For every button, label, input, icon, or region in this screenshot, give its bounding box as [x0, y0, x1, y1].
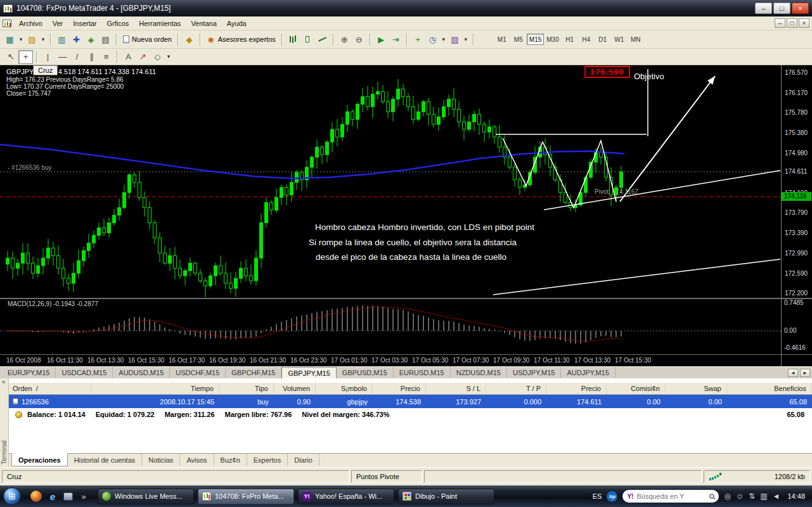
- start-button[interactable]: ⊞: [3, 487, 21, 505]
- chart-tab-gbpjpy-m15[interactable]: GBPJPY,M15: [281, 367, 336, 378]
- user-tray-icon[interactable]: ☺: [736, 492, 744, 501]
- column-beneficios[interactable]: Beneficios: [727, 383, 812, 394]
- volume-tray-icon[interactable]: ◄: [773, 492, 780, 501]
- timeframe-m15[interactable]: M15: [527, 34, 544, 45]
- show-desktop-icon[interactable]: [63, 492, 73, 501]
- terminal-tab-expertos[interactable]: Expertos: [247, 454, 288, 466]
- templates-button[interactable]: ▧: [448, 32, 462, 46]
- timeframe-h1[interactable]: H1: [562, 34, 578, 45]
- chart-tab-eurjpy-m15[interactable]: EURJPY,M15: [2, 367, 56, 378]
- indicators-button[interactable]: +: [411, 32, 425, 46]
- data-window-button[interactable]: ✚: [69, 32, 84, 46]
- close-button[interactable]: ×: [792, 3, 809, 14]
- timeframe-mn[interactable]: MN: [628, 34, 644, 45]
- chart-tab-usdchf-m15[interactable]: USDCHF,M15: [170, 367, 226, 378]
- network-tray-icon[interactable]: ◎: [724, 492, 730, 501]
- chart-area[interactable]: 176.570176.170175.780175.380174.980174.6…: [0, 65, 812, 366]
- language-indicator[interactable]: ES: [593, 492, 602, 500]
- bar-chart-button[interactable]: [286, 32, 300, 46]
- timeframe-m30[interactable]: M30: [544, 34, 561, 45]
- internet-explorer-icon[interactable]: e: [47, 491, 58, 502]
- crosshair-tool-button[interactable]: +: [18, 50, 33, 64]
- taskbar-button-yahoo[interactable]: Yahoo! España - Wi...: [298, 489, 394, 504]
- chart-shift-button[interactable]: ⇥: [389, 32, 403, 46]
- terminal-tab-buz-n[interactable]: Buz¢n: [214, 454, 247, 466]
- text-tool-button[interactable]: A: [121, 50, 136, 64]
- new-chart-button[interactable]: ▦: [3, 32, 17, 46]
- menu-herramientas[interactable]: Herramientas: [134, 18, 186, 29]
- quicklaunch-overflow-icon[interactable]: »: [78, 491, 89, 502]
- shapes-dropdown[interactable]: ▾: [165, 50, 172, 64]
- chart-tab-usdjpy-m15[interactable]: USDJPY,M15: [507, 367, 561, 378]
- timeframe-m1[interactable]: M1: [494, 34, 510, 45]
- menu-ventana[interactable]: Ventana: [186, 18, 221, 29]
- terminal-tab-historial-de-cuentas[interactable]: Historial de cuentas: [68, 454, 143, 466]
- search-icon[interactable]: [709, 494, 714, 499]
- zoom-out-button[interactable]: ⊖: [352, 32, 366, 46]
- fibonacci-tool-button[interactable]: ≡: [99, 50, 113, 64]
- mdi-minimize-button[interactable]: –: [775, 18, 785, 28]
- column-swap[interactable]: Swap: [666, 383, 727, 394]
- channel-tool-button[interactable]: ∥: [84, 50, 99, 64]
- column-precio[interactable]: Precio: [373, 383, 426, 394]
- navigator-button[interactable]: ◈: [84, 32, 98, 46]
- mdi-close-button[interactable]: ×: [799, 18, 809, 28]
- auto-scroll-button[interactable]: ▶: [374, 32, 389, 46]
- chart-system-menu-icon[interactable]: [3, 20, 11, 27]
- menu-ayuda[interactable]: Ayuda: [222, 18, 252, 29]
- display-tray-icon[interactable]: ▥: [760, 492, 767, 501]
- menu-insertar[interactable]: Insertar: [68, 18, 101, 29]
- panel-separator[interactable]: [0, 298, 812, 299]
- column-t-p[interactable]: T / P: [486, 383, 546, 394]
- chart-tab-gbpchf-m15[interactable]: GBPCHF,M15: [226, 367, 281, 378]
- tab-scroll-right-icon[interactable]: ►: [800, 369, 810, 377]
- tab-scroll-left-icon[interactable]: ◄: [788, 369, 798, 377]
- clock[interactable]: 14:48: [787, 492, 805, 500]
- templates-dropdown[interactable]: ▾: [462, 32, 470, 46]
- column-s-l[interactable]: S / L: [426, 383, 486, 394]
- column-precio[interactable]: Precio: [546, 383, 607, 394]
- candlestick-chart-button[interactable]: [300, 32, 315, 46]
- timeframe-m5[interactable]: M5: [510, 34, 527, 45]
- line-chart-button[interactable]: [315, 32, 330, 46]
- chart-tab-eurusd-m15[interactable]: EURUSD,M15: [394, 367, 451, 378]
- cursor-tool-button[interactable]: ↖: [4, 50, 18, 64]
- target-price-box[interactable]: 176.590: [584, 66, 630, 78]
- horizontal-line-tool-button[interactable]: —: [55, 50, 70, 64]
- chart-tab-gbpusd-m15[interactable]: GBPUSD,M15: [337, 367, 394, 378]
- media-player-icon[interactable]: [30, 491, 42, 502]
- price-chart[interactable]: [0, 65, 781, 298]
- terminal-tab-avisos[interactable]: Avisos: [180, 454, 214, 466]
- new-chart-dropdown[interactable]: ▾: [17, 32, 25, 46]
- profiles-button[interactable]: ▨: [25, 32, 39, 46]
- chart-tab-audjpy-m15[interactable]: AUDJPY,M15: [561, 367, 615, 378]
- menu-grficos[interactable]: Grficos: [102, 18, 134, 29]
- market-watch-button[interactable]: ▥: [55, 32, 69, 46]
- taskbar-button-msn[interactable]: Windows Live Mess...: [98, 489, 194, 504]
- column-volumen[interactable]: Volumen: [274, 383, 316, 394]
- new-order-button[interactable]: Nueva orden: [120, 32, 174, 46]
- periods-dropdown[interactable]: ▾: [440, 32, 448, 46]
- timeframe-w1[interactable]: W1: [611, 34, 628, 45]
- menu-archivo[interactable]: Archivo: [14, 18, 48, 29]
- search-input[interactable]: [636, 492, 706, 500]
- column-comisi-n[interactable]: Comisi¢n: [607, 383, 666, 394]
- vertical-line-tool-button[interactable]: |: [41, 50, 55, 64]
- arrow-tool-button[interactable]: ↗: [136, 50, 150, 64]
- chart-tab-usdcad-m15[interactable]: USDCAD,M15: [56, 367, 113, 378]
- timeframe-h4[interactable]: H4: [578, 34, 595, 45]
- metaeditor-button[interactable]: ◆: [182, 32, 197, 46]
- timeframe-d1[interactable]: D1: [595, 34, 611, 45]
- hp-icon[interactable]: hp: [607, 491, 617, 502]
- taskbar-button-paint[interactable]: Dibujo - Paint: [398, 489, 494, 504]
- menu-ver[interactable]: Ver: [48, 18, 68, 29]
- price-scale[interactable]: 176.570176.170175.780175.380174.980174.6…: [781, 65, 812, 366]
- periods-button[interactable]: ◷: [425, 32, 440, 46]
- column-orden[interactable]: Orden /: [9, 383, 91, 394]
- column-tiempo[interactable]: Tiempo: [91, 383, 219, 394]
- column-s-mbolo[interactable]: S¡mbolo: [316, 383, 373, 394]
- trendline-tool-button[interactable]: /: [70, 50, 84, 64]
- terminal-tab-noticias[interactable]: Noticias: [142, 454, 180, 466]
- terminal-panel-button[interactable]: ▤: [98, 32, 113, 46]
- mdi-restore-button[interactable]: □: [787, 18, 797, 28]
